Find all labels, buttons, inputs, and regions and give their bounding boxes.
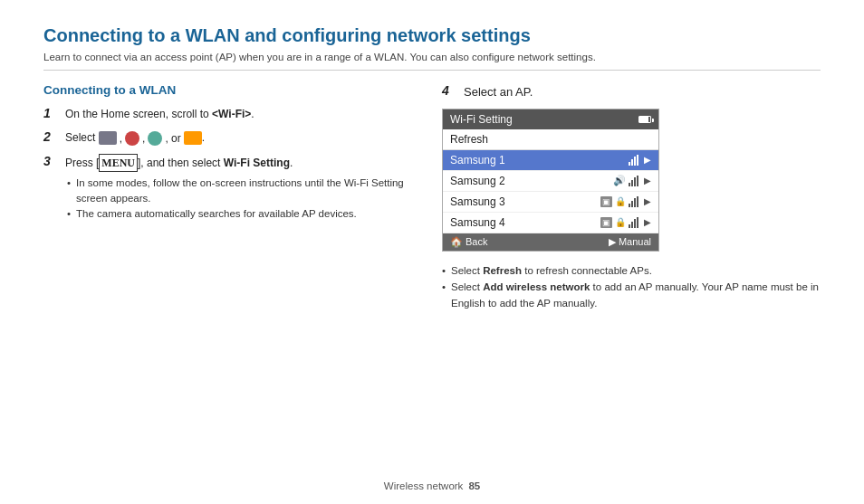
step-4-number: 4 [442, 83, 458, 98]
wifi-row-name-2: Samsung 2 [450, 175, 613, 187]
svg-rect-6 [634, 177, 636, 186]
step-1-number: 1 [43, 106, 60, 120]
step4-bullet-1: Select Refresh to refresh connectable AP… [442, 262, 821, 279]
wifi-row-samsung3[interactable]: Samsung 3 ▣ 🔒 ▶ [443, 192, 658, 213]
wifi-row-icons-1: ▶ [629, 155, 651, 166]
signal-icon-2 [629, 176, 641, 186]
mini-cam-icon-3: ▣ [600, 196, 612, 207]
speaker-icon: 🔊 [613, 175, 626, 186]
signal-icon-3 [629, 196, 641, 207]
section-title: Connecting to a WLAN [43, 83, 406, 97]
circle-icon [125, 131, 139, 146]
signal-icon-4 [629, 217, 641, 228]
footer-manual-label: Manual [619, 236, 651, 247]
wifi-header-icons [638, 116, 651, 123]
step-4-heading: Select an AP. [464, 83, 533, 101]
footer-back-item[interactable]: 🏠 Back [450, 236, 487, 248]
wifi-row-icons-2: 🔊 ▶ [613, 175, 651, 186]
footer-back-label: Back [466, 236, 487, 247]
mini-cam-icon-4: ▣ [600, 217, 612, 228]
page-footer: Wireless network 85 [43, 480, 821, 491]
left-column: Connecting to a WLAN 1 On the Home scree… [43, 83, 406, 312]
step-1: 1 On the Home screen, scroll to <Wi-Fi>. [43, 106, 406, 122]
step-2-content: Select , , , or . [65, 129, 205, 147]
wifi-row-icons-4: ▣ 🔒 ▶ [600, 217, 651, 228]
lock-icon-3: 🔒 [615, 196, 626, 206]
svg-rect-1 [631, 159, 633, 166]
wifi-row-name-1: Samsung 1 [450, 154, 629, 166]
manual-icon: ▶ [609, 236, 616, 248]
folder-icon [184, 131, 202, 145]
movie-icon [99, 131, 117, 145]
step-3-bullet-1: In some modes, follow the on-screen inst… [67, 176, 406, 207]
svg-rect-9 [631, 201, 633, 207]
signal-icon-1 [629, 155, 641, 166]
wifi-row-samsung2[interactable]: Samsung 2 🔊 ▶ [443, 171, 658, 192]
svg-rect-8 [629, 204, 630, 207]
step4-bullet-2: Select Add wireless network to add an AP… [442, 279, 821, 312]
svg-rect-10 [634, 198, 636, 207]
svg-rect-13 [631, 222, 633, 228]
svg-rect-12 [629, 224, 630, 228]
wifi-row-samsung1[interactable]: Samsung 1 ▶ [443, 150, 658, 171]
subtitle: Learn to connect via an access point (AP… [43, 52, 821, 71]
right-column: 4 Select an AP. Wi-Fi Setting Refresh [442, 83, 821, 312]
svg-rect-14 [634, 219, 636, 228]
globe-icon [148, 131, 162, 146]
step4-bullets: Select Refresh to refresh connectable AP… [442, 262, 821, 312]
svg-rect-5 [631, 180, 633, 186]
svg-rect-4 [629, 183, 630, 186]
step-2-number: 2 [43, 129, 60, 144]
svg-rect-7 [637, 176, 638, 186]
battery-icon [638, 116, 651, 123]
svg-rect-3 [637, 155, 638, 166]
wifi-row-name-4: Samsung 4 [450, 216, 600, 229]
wifi-dialog-title: Wi-Fi Setting [450, 113, 513, 126]
step-1-content: On the Home screen, scroll to <Wi-Fi>. [65, 106, 254, 122]
wifi-dialog: Wi-Fi Setting Refresh Samsung 1 [442, 109, 659, 252]
arrow-icon-3: ▶ [644, 196, 651, 206]
menu-bracket: MENU [99, 154, 138, 172]
step-2: 2 Select , , , or . [43, 129, 406, 147]
step-3: 3 Press [MENU], and then select Wi-Fi Se… [43, 154, 406, 223]
wifi-row-samsung4[interactable]: Samsung 4 ▣ 🔒 ▶ [443, 213, 658, 233]
svg-rect-0 [629, 162, 630, 166]
page-number: 85 [468, 480, 480, 491]
wifi-row-icons-3: ▣ 🔒 ▶ [600, 196, 651, 207]
back-icon: 🏠 [450, 236, 463, 248]
step-3-bullets: In some modes, follow the on-screen inst… [67, 176, 406, 223]
arrow-icon-2: ▶ [644, 176, 651, 185]
step-2-icons: , , , or [99, 130, 202, 147]
wifi-dialog-footer: 🏠 Back ▶ Manual [443, 233, 658, 251]
svg-rect-11 [637, 196, 638, 207]
step-3-content: Press [MENU], and then select Wi-Fi Sett… [65, 154, 406, 223]
footer-manual-item[interactable]: ▶ Manual [609, 236, 651, 248]
lock-icon-4: 🔒 [615, 217, 626, 227]
wifi-row-name-3: Samsung 3 [450, 195, 600, 208]
svg-rect-15 [637, 217, 638, 228]
step-3-number: 3 [43, 154, 60, 168]
wifi-dialog-header: Wi-Fi Setting [443, 109, 658, 129]
main-title: Connecting to a WLAN and configuring net… [43, 25, 821, 46]
svg-rect-2 [634, 157, 636, 166]
wifi-refresh-row[interactable]: Refresh [443, 129, 658, 150]
footer-label: Wireless network [384, 480, 464, 491]
step-3-bullet-2: The camera automatically searches for av… [67, 206, 406, 222]
arrow-icon-1: ▶ [644, 155, 651, 165]
arrow-icon-4: ▶ [644, 217, 651, 227]
